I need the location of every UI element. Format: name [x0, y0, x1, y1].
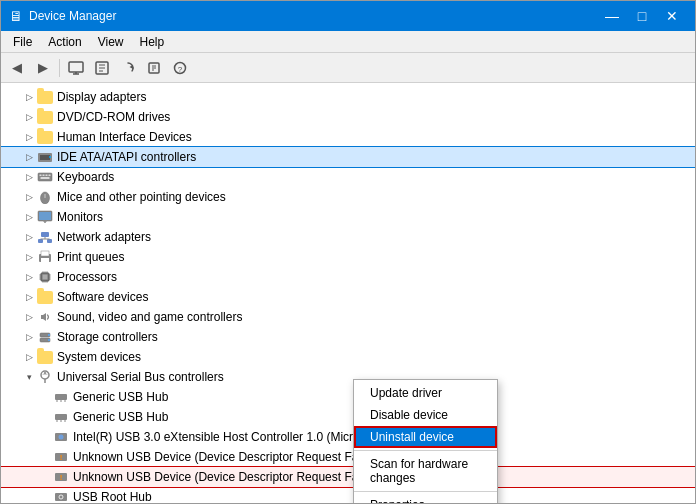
- expand-sound[interactable]: ▷: [21, 307, 37, 327]
- folder-icon: [37, 89, 53, 105]
- processor-icon: [37, 269, 53, 285]
- tree-label-usb-hub1: Generic USB Hub: [73, 390, 168, 404]
- svg-marker-52: [41, 313, 46, 321]
- tree-item-unknown2[interactable]: ! Unknown USB Device (Device Descriptor …: [1, 467, 695, 487]
- ctx-scan-hardware[interactable]: Scan for hardware changes: [354, 453, 497, 489]
- title-bar: 🖥 Device Manager — □ ✕: [1, 1, 695, 31]
- toolbar-forward[interactable]: ▶: [31, 56, 55, 80]
- menu-file[interactable]: File: [5, 33, 40, 51]
- svg-rect-61: [55, 394, 67, 400]
- tree-item-usb-hub1[interactable]: Generic USB Hub: [1, 387, 695, 407]
- toolbar-action-btn[interactable]: [90, 56, 114, 80]
- mouse-icon: [37, 189, 53, 205]
- expand-storage[interactable]: ▷: [21, 327, 37, 347]
- toolbar-help-icon[interactable]: ?: [168, 56, 192, 80]
- tree-label-intel-usb: Intel(R) USB 3.0 eXtensible Host Control…: [73, 430, 383, 444]
- svg-rect-37: [41, 258, 49, 262]
- toolbar-back[interactable]: ◀: [5, 56, 29, 80]
- toolbar-refresh[interactable]: [116, 56, 140, 80]
- svg-rect-65: [55, 414, 67, 420]
- tree-item-display[interactable]: ▷ Display adapters: [1, 87, 695, 107]
- tree-label-system: System devices: [57, 350, 141, 364]
- menu-view[interactable]: View: [90, 33, 132, 51]
- expand-monitors[interactable]: ▷: [21, 207, 37, 227]
- tree-item-sound[interactable]: ▷ Sound, video and game controllers: [1, 307, 695, 327]
- svg-point-16: [49, 156, 51, 158]
- expand-display[interactable]: ▷: [21, 87, 37, 107]
- menu-bar: File Action View Help: [1, 31, 695, 53]
- ctx-update-driver[interactable]: Update driver: [354, 382, 497, 404]
- tree-item-ide[interactable]: ▷ IDE ATA/ATAPI controllers: [1, 147, 695, 167]
- expand-dvd[interactable]: ▷: [21, 107, 37, 127]
- ctx-disable-device[interactable]: Disable device: [354, 404, 497, 426]
- tree-label-display: Display adapters: [57, 90, 146, 104]
- expand-system[interactable]: ▷: [21, 347, 37, 367]
- content-area: ▷ Display adapters ▷ DVD/CD-ROM drives ▷…: [1, 83, 695, 503]
- tree-item-dvd[interactable]: ▷ DVD/CD-ROM drives: [1, 107, 695, 127]
- ide-icon: [37, 149, 53, 165]
- tree-item-monitors[interactable]: ▷ Monitors: [1, 207, 695, 227]
- svg-rect-20: [46, 175, 48, 177]
- tree-item-mice[interactable]: ▷ Mice and other pointing devices: [1, 187, 695, 207]
- svg-rect-29: [41, 232, 49, 237]
- expand-hid[interactable]: ▷: [21, 127, 37, 147]
- unknown2-icon: !: [53, 469, 69, 485]
- system-icon: [37, 349, 53, 365]
- tree-label-monitors: Monitors: [57, 210, 103, 224]
- svg-marker-7: [130, 65, 134, 69]
- svg-point-70: [59, 435, 64, 440]
- expand-usb-root1: [37, 487, 53, 503]
- tree-item-network[interactable]: ▷ Network adapters: [1, 227, 695, 247]
- minimize-button[interactable]: —: [597, 1, 627, 31]
- svg-point-56: [48, 339, 50, 341]
- device-tree[interactable]: ▷ Display adapters ▷ DVD/CD-ROM drives ▷…: [1, 83, 695, 503]
- expand-print[interactable]: ▷: [21, 247, 37, 267]
- tree-item-storage[interactable]: ▷ Storage controllers: [1, 327, 695, 347]
- maximize-button[interactable]: □: [627, 1, 657, 31]
- ctx-properties[interactable]: Properties: [354, 494, 497, 503]
- toolbar-properties[interactable]: [142, 56, 166, 80]
- expand-software[interactable]: ▷: [21, 287, 37, 307]
- title-bar-left: 🖥 Device Manager: [9, 8, 116, 24]
- expand-processors[interactable]: ▷: [21, 267, 37, 287]
- toolbar-computer[interactable]: [64, 56, 88, 80]
- usb-icon: [37, 369, 53, 385]
- unknown1-icon: !: [53, 449, 69, 465]
- tree-item-usb-hub2[interactable]: Generic USB Hub: [1, 407, 695, 427]
- tree-item-software[interactable]: ▷ Software devices: [1, 287, 695, 307]
- toolbar-separator-1: [59, 59, 60, 77]
- tree-label-network: Network adapters: [57, 230, 151, 244]
- tree-item-processors[interactable]: ▷ Processors: [1, 267, 695, 287]
- svg-text:?: ?: [178, 65, 183, 74]
- tree-label-usb: Universal Serial Bus controllers: [57, 370, 224, 384]
- expand-network[interactable]: ▷: [21, 227, 37, 247]
- expand-ide[interactable]: ▷: [21, 147, 37, 167]
- tree-label-unknown2: Unknown USB Device (Device Descriptor Re…: [73, 470, 381, 484]
- tree-item-usb-root1[interactable]: USB Root Hub: [1, 487, 695, 503]
- tree-item-usb[interactable]: ▾ Universal Serial Bus controllers: [1, 367, 695, 387]
- tree-item-intel-usb[interactable]: Intel(R) USB 3.0 eXtensible Host Control…: [1, 427, 695, 447]
- expand-keyboards[interactable]: ▷: [21, 167, 37, 187]
- tree-item-print[interactable]: ▷ Print queues: [1, 247, 695, 267]
- ctx-separator-1: [354, 450, 497, 451]
- tree-item-system[interactable]: ▷ System devices: [1, 347, 695, 367]
- menu-action[interactable]: Action: [40, 33, 89, 51]
- expand-mice[interactable]: ▷: [21, 187, 37, 207]
- expand-usb[interactable]: ▾: [21, 367, 37, 387]
- ctx-separator-2: [354, 491, 497, 492]
- svg-rect-21: [49, 175, 51, 177]
- close-button[interactable]: ✕: [657, 1, 687, 31]
- tree-label-sound: Sound, video and game controllers: [57, 310, 242, 324]
- tree-item-unknown1[interactable]: ! Unknown USB Device (Device Descriptor …: [1, 447, 695, 467]
- tree-label-dvd: DVD/CD-ROM drives: [57, 110, 170, 124]
- context-menu: Update driver Disable device Uninstall d…: [353, 379, 498, 503]
- ctx-uninstall-device[interactable]: Uninstall device: [354, 426, 497, 448]
- menu-help[interactable]: Help: [132, 33, 173, 51]
- expand-intel-usb: [37, 427, 53, 447]
- tree-item-hid[interactable]: ▷ Human Interface Devices: [1, 127, 695, 147]
- tree-item-keyboards[interactable]: ▷ Keyboards: [1, 167, 695, 187]
- svg-rect-22: [41, 177, 50, 179]
- tree-label-usb-hub2: Generic USB Hub: [73, 410, 168, 424]
- tree-label-usb-root1: USB Root Hub: [73, 490, 152, 503]
- software-icon: [37, 289, 53, 305]
